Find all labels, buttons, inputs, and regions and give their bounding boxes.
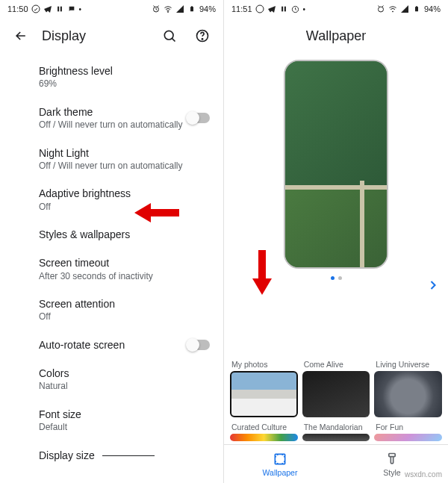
underline-decoration	[102, 455, 155, 456]
svg-rect-18	[275, 454, 284, 464]
status-bar: 11:51 • 94%	[224, 0, 448, 18]
app-bar: Display	[0, 18, 223, 54]
back-button[interactable]	[9, 24, 33, 48]
svg-rect-11	[281, 7, 283, 12]
svg-point-9	[202, 39, 202, 40]
setting-styles-wallpapers[interactable]: Styles & wallpapers	[0, 220, 223, 249]
setting-font-size[interactable]: Font size Default	[0, 400, 223, 441]
thumbnail	[230, 371, 298, 417]
pause-icon	[55, 4, 64, 13]
nav-wallpaper[interactable]: Wallpaper	[224, 445, 336, 483]
wallpaper-preview[interactable]	[284, 60, 388, 269]
battery-icon	[412, 4, 421, 13]
status-time: 11:51	[231, 4, 252, 13]
telegram-icon	[267, 4, 276, 13]
whatsapp-icon	[31, 4, 40, 13]
svg-rect-6	[191, 6, 193, 7]
settings-display-pane: 11:50 •	[0, 0, 224, 483]
status-battery: 94%	[424, 4, 441, 13]
status-time: 11:50	[7, 4, 28, 13]
svg-rect-12	[284, 7, 285, 12]
category-the-mandalorian[interactable]: The Mandalorian	[302, 420, 370, 441]
annotation-arrow-icon	[249, 250, 275, 295]
signal-icon	[175, 4, 184, 13]
wifi-icon	[388, 4, 397, 13]
svg-rect-19	[389, 453, 395, 456]
whatsapp-icon	[255, 4, 264, 13]
alarm-icon	[376, 4, 385, 13]
setting-screen-timeout[interactable]: Screen timeout After 30 seconds of inact…	[0, 249, 223, 290]
signal-icon	[400, 4, 409, 13]
thumbnail	[302, 434, 370, 441]
pause-icon	[279, 4, 288, 13]
more-dot: •	[303, 5, 306, 13]
clock-icon	[291, 4, 300, 13]
wallpaper-icon	[273, 452, 287, 467]
style-icon	[385, 452, 399, 467]
app-bar: Wallpaper	[224, 18, 448, 54]
category-curated-culture[interactable]: Curated Culture	[230, 420, 298, 441]
telegram-icon	[43, 4, 52, 13]
thumbnail	[374, 434, 442, 441]
search-button[interactable]	[158, 24, 181, 48]
help-button[interactable]	[190, 24, 214, 48]
setting-display-size[interactable]: Display size	[0, 441, 223, 462]
svg-rect-5	[190, 7, 193, 11]
setting-night-light[interactable]: Night Light Off / Will never turn on aut…	[0, 139, 223, 180]
svg-point-7	[164, 31, 173, 40]
watermark: wsxdn.com	[405, 470, 442, 479]
alarm-icon	[152, 4, 161, 13]
thumbnail	[302, 371, 370, 417]
setting-colors[interactable]: Colors Natural	[0, 359, 223, 400]
svg-rect-16	[415, 7, 418, 11]
category-for-fun[interactable]: For Fun	[374, 420, 442, 441]
category-living-universe[interactable]: Living Universe	[374, 358, 442, 417]
thumbnail	[374, 371, 442, 417]
dark-theme-toggle[interactable]	[187, 113, 210, 123]
svg-point-15	[392, 11, 393, 12]
svg-point-10	[256, 5, 264, 13]
category-grid: My photos Come Alive Living Universe Cur…	[224, 355, 448, 444]
page-title: Wallpaper	[306, 28, 366, 44]
wifi-icon	[164, 4, 172, 13]
svg-rect-2	[60, 7, 61, 12]
wallpaper-preview-area	[224, 54, 448, 355]
setting-brightness-level[interactable]: Brightness level 69%	[0, 57, 223, 98]
category-my-photos[interactable]: My photos	[230, 358, 298, 417]
annotation-arrow-icon	[134, 200, 179, 225]
thumbnail	[230, 434, 298, 441]
svg-point-4	[167, 12, 168, 13]
next-button[interactable]	[426, 278, 441, 296]
setting-screen-attention[interactable]: Screen attention Off	[0, 290, 223, 331]
svg-rect-17	[416, 6, 417, 7]
svg-rect-1	[57, 7, 59, 12]
message-icon	[67, 4, 76, 13]
setting-adaptive-brightness[interactable]: Adaptive brightness Off	[0, 179, 223, 220]
setting-auto-rotate[interactable]: Auto-rotate screen	[0, 331, 223, 359]
more-dot: •	[79, 5, 82, 13]
settings-list: Brightness level 69% Dark theme Off / Wi…	[0, 54, 223, 483]
status-battery: 94%	[199, 4, 216, 13]
wallpaper-picker-pane: 11:51 • 94% Wallpaper	[224, 0, 448, 483]
svg-point-0	[32, 5, 40, 13]
auto-rotate-toggle[interactable]	[187, 340, 210, 350]
setting-dark-theme[interactable]: Dark theme Off / Will never turn on auto…	[0, 98, 223, 139]
page-title: Display	[42, 28, 149, 44]
battery-icon	[187, 4, 196, 13]
page-indicator	[331, 276, 342, 280]
status-bar: 11:50 •	[0, 0, 223, 18]
svg-point-14	[378, 7, 383, 12]
category-come-alive[interactable]: Come Alive	[302, 358, 370, 417]
